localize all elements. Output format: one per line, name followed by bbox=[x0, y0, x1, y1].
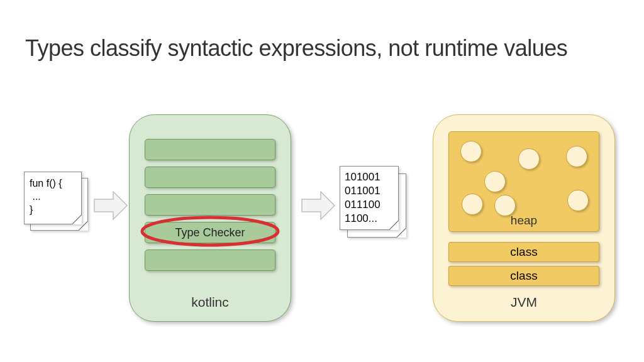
compiler-label: kotlinc bbox=[130, 295, 291, 310]
bytecode-line: 101001 bbox=[345, 170, 394, 184]
heap-object bbox=[462, 194, 483, 215]
source-line: fun f() { bbox=[30, 177, 76, 190]
compiler-box: Type Checker kotlinc bbox=[129, 114, 291, 322]
compiler-phases: Type Checker bbox=[145, 139, 275, 271]
bytecode-file-front: 101001 011001 011100 1100... bbox=[340, 166, 399, 230]
compiler-phase bbox=[145, 250, 275, 271]
source-line: ... bbox=[30, 190, 76, 204]
heap-object bbox=[494, 195, 516, 216]
bytecode-file-stack: 101001 011001 011100 1100... bbox=[340, 166, 409, 239]
heap-object bbox=[460, 141, 482, 162]
source-file-front: fun f() { ... } bbox=[24, 172, 82, 224]
class-entry: class bbox=[448, 242, 599, 262]
heap-object bbox=[484, 171, 506, 192]
compiler-phase bbox=[145, 194, 275, 216]
source-line: } bbox=[30, 204, 76, 217]
arrow-icon bbox=[301, 190, 336, 221]
heap-object bbox=[567, 190, 589, 211]
jvm-label: JVM bbox=[433, 295, 614, 310]
bytecode-line: 1100... bbox=[345, 212, 394, 226]
slide-title: Types classify syntactic expressions, no… bbox=[25, 35, 619, 62]
heap-object bbox=[518, 148, 540, 170]
heap-object bbox=[566, 146, 587, 167]
source-file-stack: fun f() { ... } bbox=[24, 172, 89, 232]
class-entry: class bbox=[448, 266, 599, 286]
jvm-box: heap class class JVM bbox=[433, 114, 615, 322]
heap-label: heap bbox=[449, 214, 599, 228]
compiler-phase bbox=[145, 139, 275, 160]
heap-box: heap bbox=[448, 131, 599, 232]
compiler-phase bbox=[145, 167, 275, 188]
compiler-phase-typechecker: Type Checker bbox=[145, 222, 275, 243]
bytecode-line: 011001 bbox=[345, 184, 394, 198]
bytecode-line: 011100 bbox=[345, 198, 394, 212]
arrow-icon bbox=[93, 190, 128, 221]
